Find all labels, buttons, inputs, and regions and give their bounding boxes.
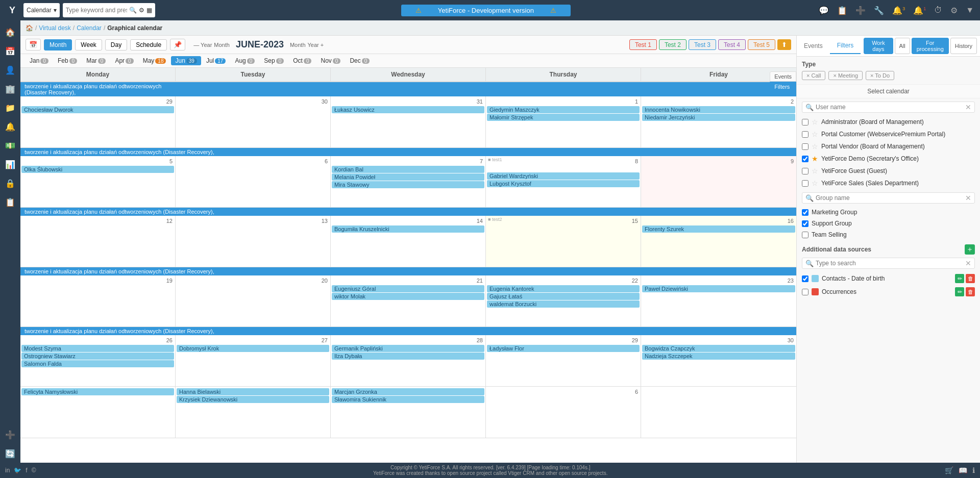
global-search-box: 🔍 ⚙ ▦ bbox=[63, 3, 155, 17]
module-select[interactable]: Calendar ▾ bbox=[23, 3, 60, 17]
settings-icon[interactable]: ⚙ bbox=[139, 7, 144, 14]
global-search-input[interactable] bbox=[66, 7, 127, 14]
clipboard-icon[interactable]: 📋 bbox=[835, 4, 849, 17]
history-icon[interactable]: ⏱ bbox=[932, 4, 944, 17]
gear-icon[interactable]: ⚙ bbox=[948, 4, 960, 17]
bell-icon-1[interactable]: 🔔3 bbox=[890, 4, 907, 17]
top-bar: Y Calendar ▾ 🔍 ⚙ ▦ ⚠ YetiForce - Develop… bbox=[0, 0, 980, 20]
logo: Y bbox=[4, 5, 20, 16]
tools-icon[interactable]: 🔧 bbox=[872, 4, 886, 17]
app-title: ⚠ YetiForce - Development version ⚠ bbox=[401, 5, 570, 16]
bell-icon-2[interactable]: 🔔1 bbox=[911, 4, 928, 17]
grid-icon[interactable]: ▦ bbox=[146, 7, 152, 14]
search-icon[interactable]: 🔍 bbox=[129, 7, 137, 14]
user-menu-icon[interactable]: ▼ bbox=[964, 4, 976, 17]
module-dropdown-icon[interactable]: ▾ bbox=[54, 7, 57, 14]
plus-icon[interactable]: ➕ bbox=[853, 4, 868, 17]
warning-left: ⚠ bbox=[408, 5, 429, 16]
top-right-icons: 💬 📋 ➕ 🔧 🔔3 🔔1 ⏱ ⚙ ▼ bbox=[817, 4, 976, 17]
app-title-center: ⚠ YetiForce - Development version ⚠ bbox=[158, 7, 814, 14]
warning-right: ⚠ bbox=[543, 5, 564, 16]
module-label: Calendar bbox=[27, 7, 52, 14]
chat-icon[interactable]: 💬 bbox=[817, 4, 831, 17]
